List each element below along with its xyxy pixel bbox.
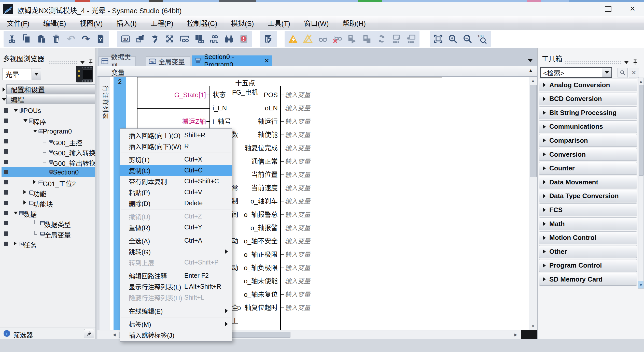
context-menu-item-粘贴(P)[interactable]: 粘贴(P)Ctrl+V [120,187,232,198]
output-operand-placeholder[interactable]: 输入变量 [285,157,310,166]
context-menu-item-显示行注释列表(L)[interactable]: 显示行注释列表(L)L Alt+Shift+R [120,281,232,292]
toolbox-category-Motion Control[interactable]: Motion Control [539,231,637,244]
chevron-down-icon[interactable] [14,109,18,112]
output-operand-placeholder[interactable]: 输入变量 [285,304,310,312]
menubar-item[interactable]: 文件(F) [0,16,36,30]
chevron-right-icon[interactable] [14,241,17,245]
chevron-right-icon[interactable] [23,190,26,194]
chevron-down-icon[interactable] [80,61,85,64]
paste-button[interactable] [34,32,49,46]
zoom-in-button[interactable] [445,32,460,46]
synchronize-button[interactable] [374,32,389,46]
tree-item-POUs[interactable]: POUs [0,106,95,116]
chevron-down-icon[interactable] [23,119,27,122]
toolbox-search-combo[interactable]: <检索> [540,67,612,78]
filter-pin-button[interactable] [84,329,94,338]
monitor-button[interactable] [315,32,330,46]
context-menu-item-插入回路(向下)(W)[interactable]: 插入回路(向下)(W)R [120,141,232,152]
chevron-right-icon[interactable] [33,180,36,184]
input-variable[interactable]: 搬运Z轴 [136,118,206,126]
chevron-down-icon[interactable] [2,98,6,101]
error-list-button[interactable] [236,32,251,46]
menubar-item[interactable]: 模拟(S) [224,16,261,30]
zoom-out-button[interactable] [460,32,475,46]
menubar-item[interactable]: 控制器(C) [180,16,224,30]
minimize-button[interactable] [576,2,592,16]
build-window-button[interactable] [261,32,276,46]
tree-item-功能块[interactable]: 功能块 [0,198,95,208]
scroll-down-icon[interactable]: ▼ [638,281,643,288]
output-operand-placeholder[interactable]: 输入变量 [285,91,310,99]
device-dropdown-button[interactable] [32,68,41,80]
toolbox-category-Counter[interactable]: Counter [539,162,637,175]
tab-close-icon[interactable]: ✕ [264,57,269,64]
tree-item-G00_主控[interactable]: G00_主控 [0,136,95,146]
output-operand-placeholder[interactable]: 输入变量 [285,118,310,126]
scroll-left-icon[interactable]: ◀ [110,331,118,338]
search-dropdown-button[interactable] [602,68,611,77]
fit-zoom-button[interactable] [431,32,445,46]
toolbox-category-Bit String Processing[interactable]: Bit String Processing [539,106,637,119]
output-operand-placeholder[interactable]: 输入变量 [285,277,310,285]
copy-button[interactable] [19,32,34,46]
transfer-copy-button[interactable] [359,32,374,46]
toolbox-category-Comparison[interactable]: Comparison [539,134,637,147]
go-offline-button[interactable] [300,32,315,46]
menubar-item[interactable]: 视图(V) [73,16,109,30]
context-menu-item-在线编辑(E)[interactable]: 在线编辑(E) [120,305,232,316]
toolbox-category-Data Movement[interactable]: Data Movement [539,176,637,188]
tab-list-dropdown-icon[interactable] [528,59,533,62]
splitter[interactable] [95,48,97,339]
scroll-up-icon[interactable]: ▲ [638,78,643,84]
go-online-button[interactable] [286,32,300,46]
output-operand-placeholder[interactable]: 输入变量 [285,104,310,112]
tab-全局变量[interactable]: var全局变量 [146,56,190,66]
rebuild-button[interactable] [162,32,177,46]
scroll-down-icon[interactable]: ▼ [529,322,537,330]
output-operand-placeholder[interactable]: 输入变量 [285,251,310,259]
toolbox-category-Data Type Conversion[interactable]: Data Type Conversion [539,190,637,202]
context-menu-item-剪切(T)[interactable]: 剪切(T)Ctrl+X [120,154,232,165]
search-button[interactable] [618,68,628,78]
tab-数据类型[interactable]: 数据类型 [99,56,136,66]
output-operand-placeholder[interactable]: 输入变量 [285,184,310,192]
menubar-item[interactable]: 窗口(W) [297,16,335,30]
maximize-button[interactable] [600,2,616,16]
context-menu-item-全选(A)[interactable]: 全选(A)Ctrl+A [120,235,232,246]
device-selector[interactable]: 光晕 [3,68,41,80]
tree-item-数据类型[interactable]: 数据类型 [0,218,95,228]
close-button[interactable]: ✕ [625,2,640,16]
menubar-item[interactable]: 工程(P) [144,16,180,30]
pin-icon[interactable] [88,59,94,67]
toolbox-category-Analog Conversion[interactable]: Analog Conversion [539,79,637,91]
output-operand-placeholder[interactable]: 输入变量 [285,171,310,179]
tree-item-程序[interactable]: 程序 [0,116,95,126]
rung-comment-strip[interactable]: 行注释列表 [100,77,109,330]
search-binoculars-button[interactable] [221,32,236,46]
menubar-item[interactable]: 插入(I) [109,16,143,30]
toolbox-category-SD Memory Card[interactable]: SD Memory Card [539,273,637,286]
toolbox-category-FCS[interactable]: FCS [539,203,637,216]
context-menu-item-标签(M)[interactable]: 标签(M) [120,318,232,329]
chevron-right-icon[interactable] [23,200,26,204]
output-operand-placeholder[interactable]: 输入变量 [285,224,310,232]
context-menu-item-复制(C)[interactable]: 复制(C)Ctrl+C [120,165,232,176]
toolbox-category-Conversion[interactable]: Conversion [539,148,637,161]
menubar-item[interactable]: 帮助(H) [335,16,372,30]
menubar-item[interactable]: 编辑(E) [36,16,73,30]
build-button[interactable] [148,32,162,46]
tree-item-G00_输入转换[interactable]: G00_输入转换 [0,146,95,157]
output-operand-placeholder[interactable]: 输入变量 [285,264,310,272]
chevron-down-icon[interactable] [624,61,629,64]
output-operand-placeholder[interactable]: 输入变量 [285,197,310,205]
stop-monitor-button[interactable] [330,32,345,46]
execute-button[interactable] [345,32,359,46]
section-programming[interactable]: 编程 [6,95,95,104]
transfer-from-controller-button[interactable] [404,32,418,46]
toolbox-category-Math[interactable]: Math [539,217,637,230]
context-menu-item-插入回路(向上)(O)[interactable]: 插入回路(向上)(O)Shift+R [120,130,232,141]
toolbox-category-Communications[interactable]: Communications [539,120,637,133]
output-operand-placeholder[interactable]: 输入变量 [285,131,310,139]
section-configuration[interactable]: 配置和设置 [6,84,95,94]
tree-item-功能[interactable]: F功能 [0,187,95,198]
